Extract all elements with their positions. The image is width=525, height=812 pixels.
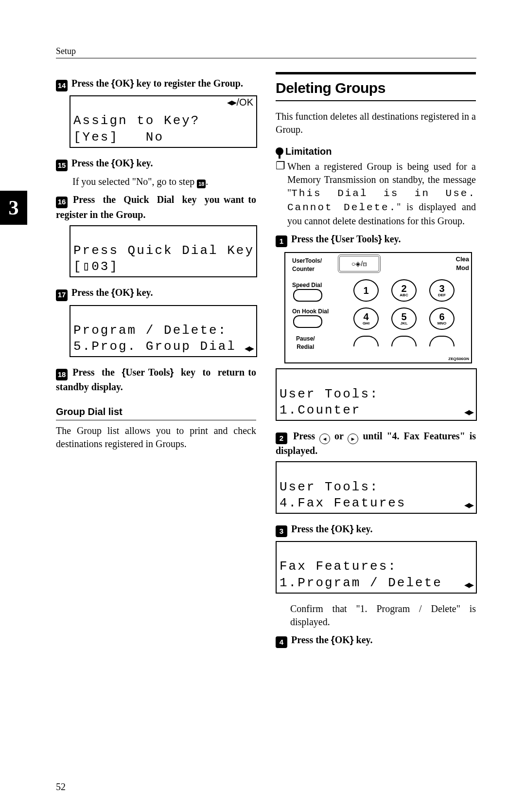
dialkey-5: 5JKL <box>391 307 417 330</box>
step-number-icon: 2 <box>276 433 287 444</box>
lcd-arrows-icon: ◂▸ <box>245 342 253 355</box>
lcd-line: Program / Delete: <box>73 323 227 338</box>
step-18: 18 Press the {User Tools} key to return … <box>56 366 256 394</box>
right-arrow-key-icon: ▸ <box>348 433 358 444</box>
lcd-quickdial: Press Quick Dial Key [▯03] <box>70 225 257 278</box>
step-number-icon: 1 <box>276 235 287 247</box>
panel-label-clear: CleaMod <box>456 255 469 272</box>
lcd-line: 5.Prog. Group Dial <box>73 339 236 354</box>
panel-usertools-button: ○◈/⧈ <box>338 254 381 273</box>
panel-code: ZEQS06GN <box>448 357 469 362</box>
lcd-line: User Tools: <box>280 480 379 494</box>
step-r4: 4 Press the {OK} key. <box>276 633 476 648</box>
dialkey-7 <box>353 336 379 346</box>
step-15: 15 Press the {OK} key. <box>56 157 256 171</box>
panel-speeddial-button <box>293 289 322 302</box>
step-number-icon: 14 <box>56 80 68 91</box>
intro-text: This function deletes all destinations r… <box>276 110 476 136</box>
lcd-line: [▯03] <box>73 259 119 274</box>
dialkey-1: 1 <box>353 279 379 302</box>
step-ref-icon: 18 <box>197 180 206 188</box>
step-15-body: If you selected "No", go to step 18. <box>72 175 256 188</box>
left-column: 14 Press the {OK} key to register the Gr… <box>56 72 256 652</box>
header-rule: Setup <box>56 46 476 58</box>
right-column: Deleting Groups This function deletes al… <box>276 72 476 652</box>
limitation-icon <box>276 147 283 155</box>
content-columns: 14 Press the {OK} key to register the Gr… <box>56 72 476 652</box>
panel-label-pause: Pause/ Redial <box>296 335 315 350</box>
page-number: 52 <box>56 781 66 793</box>
step-14: 14 Press the {OK} key to register the Gr… <box>56 77 256 91</box>
lcd-faxfeatures: User Tools: 4.Fax Features◂▸ <box>276 461 477 514</box>
lcd-arrows-icon: ◂▸ <box>464 405 473 419</box>
dialkey-3: 3DEF <box>429 279 455 302</box>
lcd-ok-icon: ◂▸/OK <box>227 96 253 109</box>
panel-label-onhook: On Hook Dial <box>292 307 329 315</box>
group-dial-body: The Group list allows you to print and c… <box>56 424 256 451</box>
step-number-icon: 3 <box>276 525 287 537</box>
dialkey-6: 6MNO <box>429 307 455 330</box>
step-number-icon: 4 <box>276 636 287 648</box>
bullet-icon: ❐ <box>276 160 287 228</box>
step-r3: 3 Press the {OK} key. <box>276 523 476 537</box>
lcd-line: Press Quick Dial Key <box>73 243 254 258</box>
lcd-line: Fax Features: <box>280 559 397 574</box>
dialkey-9 <box>429 336 455 346</box>
panel-onhook-button <box>293 315 322 328</box>
step-r3-body: Confirm that "1. Program / Delete" is di… <box>290 602 476 629</box>
step-number-icon: 18 <box>56 369 68 380</box>
lcd-line: Assign to Key? <box>73 113 200 128</box>
lcd-line: 4.Fax Features <box>280 496 406 510</box>
section-rule-bottom <box>276 100 476 101</box>
lcd-line: [Yes] No <box>73 130 164 144</box>
step-r1: 1 Press the {User Tools} key. <box>276 233 476 247</box>
lcd-line: 1.Program / Delete <box>280 576 442 590</box>
section-rule-top <box>276 72 476 74</box>
step-16: 16 Press the Quick Dial key you want to … <box>56 193 256 221</box>
step-17: 17 Press the {OK} key. <box>56 286 256 301</box>
limitation-bullet: ❐ When a registered Group is being used … <box>276 160 476 228</box>
dialkey-4: 4GHI <box>353 307 379 330</box>
step-number-icon: 17 <box>56 289 68 301</box>
limitation-label: Limitation <box>276 145 476 158</box>
lcd-progdelete: Fax Features: 1.Program / Delete◂▸ <box>276 541 477 594</box>
dialkey-2: 2ABC <box>391 279 417 302</box>
lcd-assign: Assign to Key?◂▸/OK [Yes] No <box>70 95 257 148</box>
step-number-icon: 16 <box>56 197 68 208</box>
header-label: Setup <box>56 46 476 58</box>
step-r2: 2 Press ◂ or ▸ until "4. Fax Features" i… <box>276 430 476 457</box>
lcd-arrows-icon: ◂▸ <box>464 498 473 512</box>
lcd-line: 1.Counter <box>280 403 361 417</box>
panel-illustration: UserTools/Counter ○◈/⧈ CleaMod Speed Dia… <box>284 252 472 363</box>
section-title: Deleting Groups <box>276 78 476 98</box>
lcd-line: User Tools: <box>280 387 379 401</box>
group-dial-list-heading: Group Dial list <box>56 405 256 420</box>
dialkey-8 <box>391 336 417 346</box>
panel-label-speeddial: Speed Dial <box>292 281 322 289</box>
left-arrow-key-icon: ◂ <box>319 433 330 444</box>
lcd-arrows-icon: ◂▸ <box>464 578 473 592</box>
page: Setup 14 Press the {OK} key to register … <box>0 0 525 671</box>
panel-label-usertools: UserTools/Counter <box>292 257 322 272</box>
step-number-icon: 15 <box>56 160 68 171</box>
lcd-program: Program / Delete: 5.Prog. Group Dial◂▸ <box>70 305 257 358</box>
lcd-usertools: User Tools: 1.Counter◂▸ <box>276 368 477 421</box>
